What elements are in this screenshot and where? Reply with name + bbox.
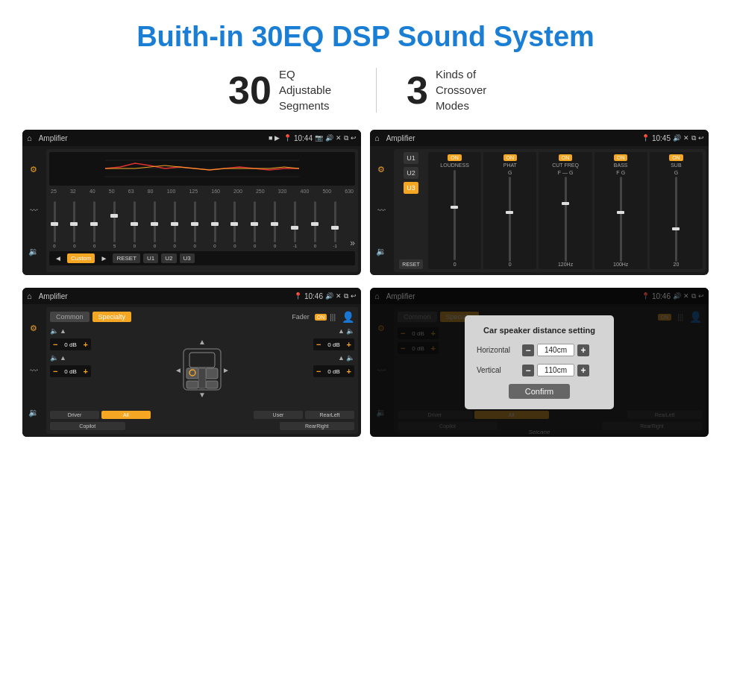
horizontal-plus[interactable]: + <box>577 344 589 356</box>
phat-on[interactable]: ON <box>503 154 518 161</box>
db-plus-rl[interactable]: + <box>84 367 88 376</box>
crossover-reset-btn[interactable]: RESET <box>399 259 422 269</box>
arrow-down-icon: ▲ <box>60 354 66 362</box>
bass-col: ON BASS FG 100Hz <box>594 152 647 269</box>
eq-slider-11[interactable]: 0 <box>250 201 260 248</box>
close-icon-3[interactable]: ✕ <box>336 292 342 300</box>
db-value-rr: 0 dB <box>323 368 344 375</box>
volume-icon: 🔊 <box>325 134 333 142</box>
eq-u1-btn[interactable]: U1 <box>143 253 158 263</box>
vertical-plus[interactable]: + <box>577 365 589 376</box>
eq-slider-3[interactable]: 0 <box>90 201 100 248</box>
db-plus-rr[interactable]: + <box>347 367 351 376</box>
loudness-on[interactable]: ON <box>448 154 462 161</box>
specialty-settings-icon[interactable]: ⚙ <box>30 324 37 333</box>
eq-slider-13[interactable]: -1 <box>290 201 301 248</box>
db-minus-rr[interactable]: − <box>316 367 321 376</box>
confirm-button[interactable]: Confirm <box>509 384 571 399</box>
crossover-topbar-icons: 📍 10:45 🔊 ✕ ⧉ ↩ <box>641 134 704 142</box>
close-icon-2[interactable]: ✕ <box>683 134 689 142</box>
speaker-rr-icon: 🔈 <box>346 354 354 362</box>
eq-bottom-bar: ◄ Custom ► RESET U1 U2 U3 <box>49 251 355 265</box>
back-icon-3[interactable]: ↩ <box>351 292 357 300</box>
window-icon-3: ⧉ <box>344 292 348 300</box>
eq-u2-btn[interactable]: U2 <box>161 253 176 263</box>
speaker-fr-icon: 🔈 <box>346 327 354 335</box>
eq-wave-icon[interactable]: 〰 <box>30 206 38 215</box>
db-plus-fr[interactable]: + <box>347 340 351 349</box>
all-btn[interactable]: All <box>101 411 151 419</box>
eq-slider-9[interactable]: 0 <box>210 201 220 248</box>
eq-prev-icon[interactable]: ◄ <box>54 254 62 262</box>
eq-time: 10:44 <box>294 134 313 142</box>
eq-custom-btn[interactable]: Custom <box>67 253 95 263</box>
eq-slider-6[interactable]: 0 <box>149 201 160 248</box>
svg-text:▼: ▼ <box>198 391 206 399</box>
eq-next-icon[interactable]: ► <box>100 254 107 262</box>
eq-slider-12[interactable]: 0 <box>270 201 280 248</box>
specialty-vol-icon[interactable]: 🔉 <box>28 408 39 417</box>
driver-btn[interactable]: Driver <box>50 411 99 419</box>
u1-btn[interactable]: U1 <box>404 152 418 164</box>
rearright-btn[interactable]: RearRight <box>280 422 355 430</box>
specialty-topbar: ⌂ Amplifier 📍 10:46 🔊 ✕ ⧉ ↩ <box>22 288 361 304</box>
eq-slider-2[interactable]: 0 <box>69 201 80 248</box>
db-minus-fr[interactable]: − <box>316 340 321 349</box>
sub-on[interactable]: ON <box>669 154 683 161</box>
close-icon[interactable]: ✕ <box>336 134 342 142</box>
eq-settings-icon[interactable]: ⚙ <box>30 165 37 174</box>
crossover-volume-icon[interactable]: 🔉 <box>376 247 386 256</box>
common-tab[interactable]: Common <box>50 312 90 322</box>
pin-icon-2: 📍 <box>641 134 650 142</box>
bass-label: BASS <box>614 163 628 168</box>
crossover-sidebar: ⚙ 〰 🔉 <box>370 146 392 275</box>
svg-text:▲: ▲ <box>198 338 206 346</box>
home-icon-2[interactable]: ⌂ <box>374 133 380 142</box>
db-minus-rl[interactable]: − <box>53 367 57 376</box>
crossover-settings-icon[interactable]: ⚙ <box>377 165 385 174</box>
crossover-wave-icon[interactable]: 〰 <box>377 206 386 215</box>
home-icon[interactable]: ⌂ <box>27 133 32 142</box>
eq-slider-10[interactable]: 0 <box>230 201 240 248</box>
stat-crossover-number: 3 <box>407 68 428 113</box>
eq-slider-7[interactable]: 0 <box>169 201 180 248</box>
eq-slider-4[interactable]: 5 <box>110 201 120 248</box>
eq-u3-btn[interactable]: U3 <box>180 253 195 263</box>
u2-btn[interactable]: U2 <box>404 167 418 179</box>
eq-volume-icon[interactable]: 🔉 <box>28 247 39 256</box>
db-value-fl: 0 dB <box>60 341 81 348</box>
eq-slider-1[interactable]: 0 <box>49 201 60 248</box>
distance-modal-overlay: Car speaker distance setting Horizontal … <box>370 288 709 437</box>
bass-on[interactable]: ON <box>614 154 628 161</box>
horizontal-stepper[interactable]: − 140cm + <box>522 344 602 356</box>
user-btn[interactable]: User <box>254 411 303 419</box>
stat-eq-number: 30 <box>228 68 272 113</box>
db-minus-fl[interactable]: − <box>53 340 57 349</box>
horizontal-minus[interactable]: − <box>522 344 534 356</box>
db-plus-fl[interactable]: + <box>84 340 88 349</box>
back-icon-2[interactable]: ↩ <box>698 134 704 142</box>
eq-slider-15[interactable]: -1 <box>330 201 340 248</box>
screen-crossover: ⌂ Amplifier 📍 10:45 🔊 ✕ ⧉ ↩ ⚙ 〰 🔉 U1 <box>370 130 709 275</box>
user-icon[interactable]: 👤 <box>342 311 354 323</box>
u3-btn[interactable]: U3 <box>404 182 418 194</box>
specialty-tab[interactable]: Specialty <box>92 312 132 322</box>
modal-title: Car speaker distance setting <box>477 326 602 335</box>
svg-rect-7 <box>186 381 198 388</box>
cutfreq-on[interactable]: ON <box>559 154 573 161</box>
rearleft-btn[interactable]: RearLeft <box>305 411 354 419</box>
vertical-minus[interactable]: − <box>522 365 534 376</box>
back-icon[interactable]: ↩ <box>351 134 357 142</box>
left-db-controls: 🔈 ▲ − 0 dB + 🔈 ▲ − <box>50 327 91 408</box>
specialty-wave-icon[interactable]: 〰 <box>30 366 38 375</box>
screen-eq: ⌂ Amplifier ■ ▶ 📍 10:44 📷 🔊 ✕ ⧉ ↩ ⚙ 〰 🔉 <box>22 130 361 275</box>
home-icon-3[interactable]: ⌂ <box>27 291 32 300</box>
svg-rect-8 <box>206 381 218 388</box>
fader-label: Fader <box>292 313 310 321</box>
eq-slider-8[interactable]: 0 <box>189 201 200 248</box>
copilot-btn[interactable]: Copilot <box>50 422 125 430</box>
eq-slider-5[interactable]: 0 <box>130 201 140 248</box>
eq-slider-14[interactable]: 0 <box>310 201 320 248</box>
vertical-stepper[interactable]: − 110cm + <box>522 364 602 376</box>
eq-reset-btn[interactable]: RESET <box>113 253 140 263</box>
